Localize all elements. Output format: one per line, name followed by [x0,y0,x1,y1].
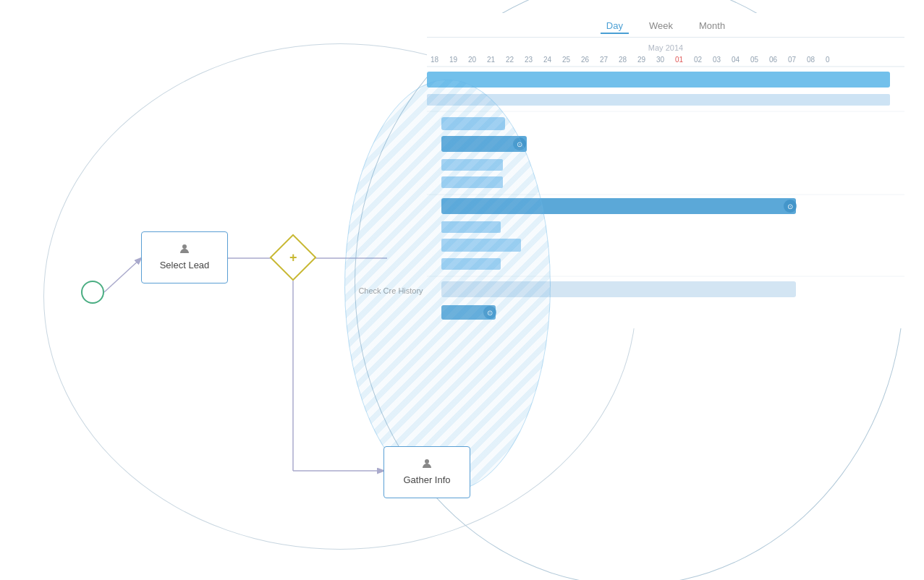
svg-text:04: 04 [732,56,740,64]
svg-text:06: 06 [769,56,778,64]
svg-text:18: 18 [431,56,439,64]
date-row: 18 19 20 21 22 23 24 25 26 27 28 29 30 0… [431,56,830,64]
month-label: May 2014 [648,43,683,52]
main-container: Select Lead + Check Cre History Gather I… [0,0,924,580]
svg-text:05: 05 [750,56,759,64]
svg-rect-40 [441,198,796,214]
svg-text:28: 28 [619,56,627,64]
svg-text:29: 29 [637,56,646,64]
gateway-node[interactable]: + [276,241,310,274]
svg-rect-43 [441,221,501,233]
svg-text:01: 01 [675,56,684,64]
svg-rect-38 [441,176,503,188]
tab-month[interactable]: Month [693,19,731,34]
svg-rect-31 [427,94,890,106]
svg-point-5 [182,244,187,249]
svg-text:21: 21 [487,56,496,64]
gather-info-icon [421,458,433,472]
tab-week[interactable]: Week [643,19,679,34]
svg-rect-45 [441,258,501,270]
select-lead-node[interactable]: Select Lead [141,231,228,283]
gantt-svg: May 2014 18 19 20 21 22 23 24 25 26 27 2… [427,39,904,328]
svg-text:27: 27 [600,56,609,64]
svg-rect-47 [441,281,796,297]
select-lead-icon [179,243,190,257]
svg-text:07: 07 [788,56,797,64]
svg-text:23: 23 [525,56,533,64]
gather-info-label: Gather Info [403,474,450,487]
process-start-node [81,281,104,304]
gantt-tabs: Day Week Month [427,13,904,38]
svg-text:22: 22 [506,56,514,64]
gather-info-node[interactable]: Gather Info [383,446,470,498]
svg-text:⊙: ⊙ [517,140,522,148]
svg-text:02: 02 [694,56,703,64]
svg-text:0: 0 [826,56,830,64]
svg-text:03: 03 [713,56,721,64]
svg-rect-33 [441,117,505,130]
svg-text:08: 08 [807,56,815,64]
svg-rect-30 [427,72,890,88]
tab-day[interactable]: Day [601,19,629,34]
svg-point-6 [425,459,429,464]
svg-text:24: 24 [543,56,552,64]
svg-text:20: 20 [468,56,477,64]
gantt-chart-wrapper: Day Week Month May 2014 18 19 20 21 22 2… [427,13,904,328]
svg-text:19: 19 [449,56,458,64]
svg-rect-44 [441,239,521,252]
svg-rect-37 [441,159,503,171]
gateway-plus-icon: + [289,251,297,264]
svg-text:26: 26 [581,56,590,64]
svg-text:30: 30 [656,56,665,64]
svg-text:⊙: ⊙ [487,309,493,317]
svg-text:⊙: ⊙ [787,202,793,210]
svg-text:25: 25 [562,56,571,64]
select-lead-label: Select Lead [160,260,210,272]
check-credit-label: Check Cre History [355,286,427,296]
